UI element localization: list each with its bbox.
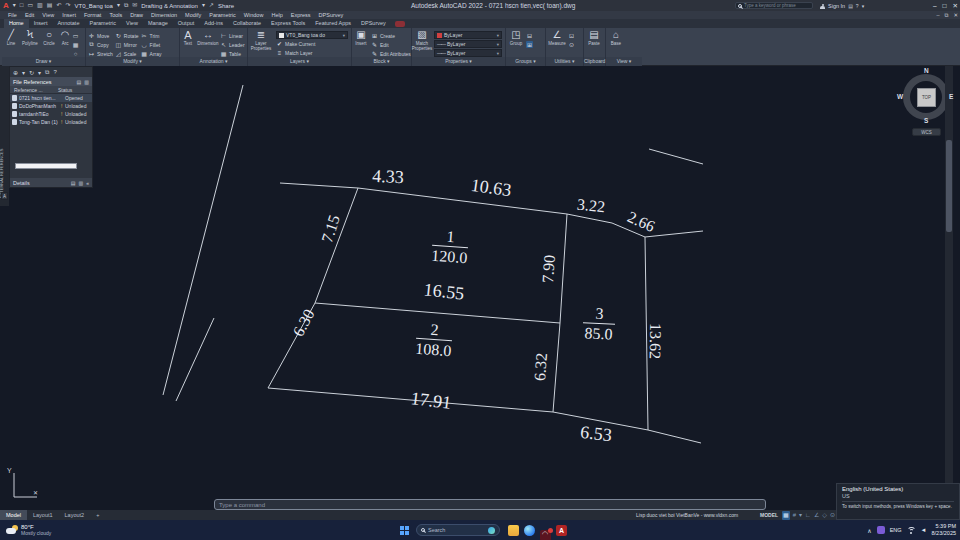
tab-home[interactable]: Home [4,19,29,28]
caret-icon[interactable]: ▾ [862,3,865,9]
quick-select-icon[interactable]: ⊡ [568,32,575,39]
autocad-app-icon[interactable] [540,530,551,540]
panel-label-modify[interactable]: Modify ▾ [86,57,179,66]
minimize-button[interactable]: – [933,0,937,11]
tab-view[interactable]: View [121,19,143,28]
caret-icon[interactable]: ▾ [202,0,205,11]
circle-tool[interactable]: ○Circle [40,29,58,46]
line-tool[interactable]: ╱Line [2,29,20,46]
details-label[interactable]: Details [13,180,30,186]
hatch-icon[interactable]: ▦ [72,41,79,48]
plot-icon[interactable]: ▤ [47,0,53,11]
help-icon[interactable]: ? [53,69,56,75]
text-tool[interactable]: AText [180,29,196,46]
new-file-icon[interactable]: □ [20,0,24,11]
make-current-tool[interactable]: ✔Make Current [276,39,348,48]
move-tool[interactable]: ✛Move [88,31,113,40]
mail-icon[interactable]: ✉ [132,0,137,11]
share-button[interactable]: Share [218,3,234,9]
caret-icon[interactable]: ▾ [117,0,120,11]
autocad-logo-icon[interactable]: A [3,1,9,10]
menu-edit[interactable]: Edit [25,11,34,19]
taskbar-search[interactable]: Search [416,524,500,536]
palette-tab-external-references[interactable]: EXTERNAL REFERENCES [0,149,4,198]
id-point-icon[interactable]: ⊙ [568,41,575,48]
autocad-a-icon[interactable]: A [556,525,567,536]
command-line-input[interactable]: Type a command [214,499,766,510]
tab-model[interactable]: Model [0,510,27,520]
rectangle-icon[interactable]: ▭ [72,32,79,39]
share-arrow-icon[interactable]: ↗ [209,0,214,11]
trim-tool[interactable]: ✂Trim [141,31,162,40]
fillet-tool[interactable]: ◡Fillet [141,40,162,49]
arc-tool[interactable]: ◠Arc [58,29,72,46]
column-reference-name[interactable]: Reference ... [10,87,58,93]
maximize-button[interactable]: □ [943,0,947,11]
group-tool[interactable]: ◳Group [506,29,526,46]
xref-preview-field[interactable] [15,163,77,169]
menu-insert[interactable]: Insert [62,11,76,19]
model-space-label[interactable]: MODEL [760,512,778,518]
weather-widget[interactable]: 80°F Mostly cloudy [6,524,51,536]
tab-express-tools[interactable]: Express Tools [266,19,310,28]
tab-annotate[interactable]: Annotate [52,19,84,28]
attach-dwg-icon[interactable]: ⊕ [13,69,18,76]
user-icon[interactable] [820,4,825,9]
menu-dpsurvey[interactable]: DPSurvey [319,11,344,19]
isodraft-toggle-icon[interactable]: ◇ [822,511,827,520]
file-explorer-icon[interactable] [508,525,519,536]
linetype-dropdown[interactable]: ——ByLayer▾ [434,40,502,48]
menu-express[interactable]: Express [291,11,311,19]
tab-layout2[interactable]: Layout2 [59,510,91,520]
compass-east[interactable]: E [949,93,953,100]
viewcube-top-face[interactable]: TOP [917,88,936,107]
doc-restore-button[interactable]: ⧉ [944,11,948,19]
create-block-tool[interactable]: ⊞Create [371,31,411,40]
panel-label-groups[interactable]: Groups ▾ [506,57,545,66]
language-switcher-popup[interactable]: English (United States) US To switch inp… [836,483,960,520]
doc-close-button[interactable]: ✕ [953,11,958,19]
xref-row[interactable]: Tong-Tan Dan (1) ! Unloaded [10,118,92,126]
tab-dpsurvey[interactable]: DPSurvey [356,19,391,28]
link-icon[interactable]: ⧉ [124,0,128,11]
mirror-tool[interactable]: ◫Mirror [115,40,139,49]
vertical-scrollbar-track[interactable] [945,66,953,500]
menu-draw[interactable]: Draw [130,11,143,19]
details-tree-icon[interactable]: ▥ [78,180,83,186]
start-button[interactable] [400,526,409,535]
lineweight-dropdown[interactable]: ——ByLayer▾ [434,49,502,57]
panel-label-layers[interactable]: Layers ▾ [248,57,351,66]
caret-icon[interactable]: ▾ [13,0,16,11]
volume-icon[interactable]: ◄ [921,527,927,533]
menu-modify[interactable]: Modify [185,11,201,19]
panel-label-annotation[interactable]: Annotation ▾ [180,57,247,66]
linear-tool[interactable]: ⊢Linear [220,31,245,40]
menu-file[interactable]: File [8,11,17,19]
snap-toggle-icon[interactable]: # [793,511,796,520]
menu-window[interactable]: Window [244,11,264,19]
new-layout-button[interactable]: + [90,510,105,520]
panel-label-properties[interactable]: Properties ▾ [412,57,505,66]
sign-in-button[interactable]: Sign In [828,3,845,9]
caret-icon[interactable]: ▾ [38,69,41,76]
copy-tool[interactable]: ⧉Copy [88,40,113,49]
tab-add-ins[interactable]: Add-ins [199,19,228,28]
rotate-tool[interactable]: ↻Rotate [115,31,139,40]
insert-block-tool[interactable]: ▣Insert [352,29,370,46]
redo-icon[interactable]: ↷ [65,0,70,11]
layer-properties-tool[interactable]: ≣Layer Properties [248,29,274,51]
list-view-icon[interactable]: ▤ [77,79,82,85]
help-icon[interactable]: ? [856,3,859,9]
doc-minimize-button[interactable]: – [936,11,939,19]
caret-icon[interactable]: ▾ [799,511,802,520]
edge-browser-icon[interactable] [524,525,535,536]
change-path-icon[interactable]: ⧉ [45,69,49,76]
apps-icon[interactable]: ▤ [848,3,853,9]
help-search-box[interactable]: Type a keyword or phrase [735,2,813,9]
xref-row[interactable]: 0721 hscn tien... Opened [10,94,92,102]
undo-icon[interactable]: ↶ [56,0,61,11]
compass-north[interactable]: N [924,67,929,74]
panel-label-utilities[interactable]: Utilities ▾ [546,57,583,66]
match-layer-tool[interactable]: ≡Match Layer [276,48,348,57]
leader-tool[interactable]: ↖Leader [220,40,245,49]
